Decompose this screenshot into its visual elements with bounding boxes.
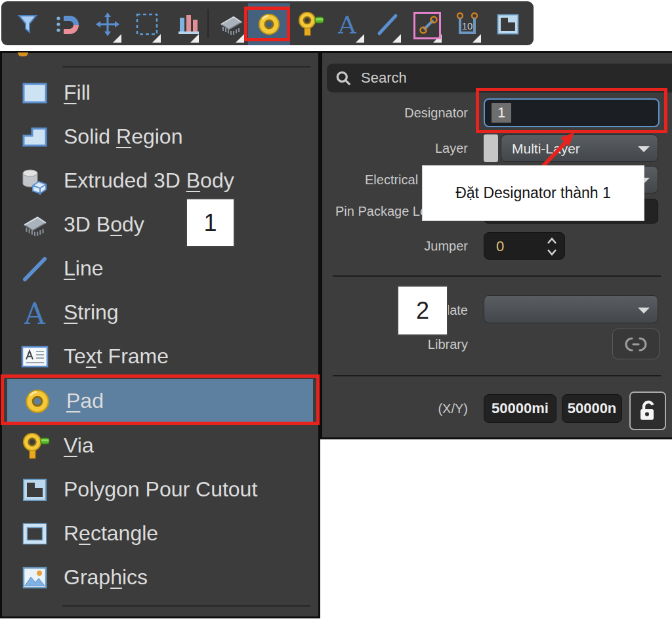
panel-separator	[333, 375, 661, 376]
search-bar[interactable]: Search	[327, 64, 672, 92]
menu-item-label: Polygon Pour Cutout	[64, 477, 257, 502]
altium-pcb-editor: A 10	[0, 0, 672, 623]
partial-icon-above	[18, 52, 28, 56]
bar-columns-icon	[176, 12, 201, 37]
menu-item-label: Pad	[66, 389, 104, 413]
polygon-pour-cutout-icon	[16, 475, 53, 504]
callout-text: Đặt Designator thành 1	[455, 184, 611, 202]
link-icon	[623, 336, 649, 353]
menu-separator	[62, 66, 310, 68]
menu-item-pad[interactable]: Pad	[7, 379, 313, 423]
line-icon	[374, 11, 400, 37]
step-1-marker: 1	[186, 198, 235, 247]
svg-text:A: A	[337, 10, 356, 39]
jumper-spinner[interactable]: 0	[484, 232, 565, 260]
polygon-cutout-icon	[495, 11, 521, 37]
chevron-down-icon	[638, 308, 650, 313]
line-icon	[16, 254, 53, 283]
svg-text:A: A	[24, 298, 46, 328]
dropdown-corner-triangle[interactable]	[236, 34, 244, 43]
jumper-label: Jumper	[322, 237, 468, 254]
menu-item-rectangle[interactable]: Rectangle	[5, 512, 316, 555]
filter-tool-button[interactable]	[13, 10, 42, 39]
dropdown-corner-triangle[interactable]	[190, 34, 199, 43]
x-coordinate-field[interactable]: 50000mi	[484, 394, 556, 423]
menu-item-string[interactable]: A String	[5, 291, 316, 334]
xy-label: (X/Y)	[322, 400, 468, 417]
library-label: Library	[322, 336, 468, 353]
menu-separator	[62, 605, 310, 607]
pins-10-label: 10	[462, 20, 473, 31]
menu-item-label: Graphics	[64, 565, 148, 590]
menu-item-line[interactable]: Line	[5, 247, 316, 291]
move-crosshair-icon	[95, 12, 120, 37]
menu-item-text-frame[interactable]: Text Frame	[5, 334, 316, 378]
extruded-3d-body-icon	[16, 166, 53, 196]
electrical-label: Electrical	[365, 171, 418, 188]
fill-icon	[16, 79, 53, 108]
layer-color-swatch[interactable]	[484, 134, 498, 162]
callout-annotation: Đặt Designator thành 1	[422, 165, 644, 221]
dropdown-corner-triangle[interactable]	[392, 34, 401, 43]
unlock-icon	[638, 399, 658, 424]
y-coordinate-field[interactable]: 50000n	[562, 394, 622, 423]
toolbar-separator	[207, 9, 209, 38]
menu-item-solid-region[interactable]: Solid Region	[5, 115, 316, 159]
snap-magnet-tool-button[interactable]	[52, 10, 81, 39]
menu-item-graphics[interactable]: Graphics	[5, 555, 316, 599]
jumper-value: 0	[496, 233, 504, 260]
solid-region-icon	[16, 123, 53, 151]
template-dropdown[interactable]	[484, 295, 658, 323]
string-icon: A	[16, 298, 53, 328]
designator-input[interactable]: 1	[484, 98, 660, 127]
menu-item-label: Fill	[64, 81, 91, 105]
text-frame-icon	[16, 342, 53, 372]
menu-item-extruded-3d-body[interactable]: Extruded 3D Body	[5, 159, 316, 203]
menu-item-label: Extruded 3D Body	[64, 169, 234, 193]
panel-separator	[333, 275, 661, 277]
menu-item-label: Text Frame	[64, 344, 169, 369]
selection-rectangle-icon	[134, 11, 160, 37]
magnet-icon	[54, 11, 80, 37]
search-input[interactable]: Search	[361, 64, 407, 92]
graphics-icon	[16, 563, 53, 592]
polygon-pour-cutout-tool-button[interactable]	[494, 10, 522, 39]
layer-label: Layer	[322, 140, 468, 157]
chevron-down-icon	[638, 146, 650, 152]
dropdown-corner-triangle[interactable]	[152, 34, 161, 43]
dropdown-corner-triangle[interactable]	[472, 34, 481, 43]
menu-item-polygon-pour-cutout[interactable]: Polygon Pour Cutout	[5, 468, 316, 512]
pad-icon	[19, 386, 56, 416]
menu-item-label: Via	[64, 433, 94, 458]
menu-item-label: Line	[64, 256, 104, 281]
menu-item-label: String	[64, 300, 119, 325]
menu-item-label: Solid Region	[64, 125, 182, 149]
menu-item-via[interactable]: Via	[5, 424, 316, 468]
spinner-arrows-icon[interactable]	[546, 236, 558, 257]
search-icon	[335, 70, 352, 87]
via-icon	[295, 10, 324, 39]
dropdown-corner-triangle[interactable]	[356, 34, 364, 43]
menu-item-label: 3D Body	[64, 212, 144, 237]
properties-panel: Search Designator 1 Layer Multi-Layer El…	[320, 51, 672, 439]
library-link-button[interactable]	[612, 329, 660, 359]
via-tool-button[interactable]	[295, 10, 324, 39]
placement-toolbar: A 10	[1, 1, 534, 45]
lock-toggle-button[interactable]	[629, 392, 666, 430]
menu-item-fill[interactable]: Fill	[5, 71, 316, 115]
menu-item-label: Rectangle	[64, 521, 158, 546]
dropdown-corner-triangle[interactable]	[113, 34, 121, 43]
designator-value: 1	[492, 103, 511, 123]
step-2-marker: 2	[397, 285, 448, 336]
filter-icon	[15, 12, 40, 37]
pink-highlight-track-tool	[413, 12, 441, 39]
menu-item-3d-body[interactable]: 3D Body	[5, 203, 316, 247]
via-icon	[16, 431, 53, 461]
3d-body-chip-icon	[16, 210, 53, 240]
rectangle-icon	[16, 519, 53, 548]
designator-label: Designator	[322, 104, 468, 121]
pad-icon	[255, 10, 284, 39]
pad-tool-button[interactable]	[255, 10, 284, 39]
place-menu: Fill Solid Region Extruded 3D Body	[0, 51, 320, 618]
